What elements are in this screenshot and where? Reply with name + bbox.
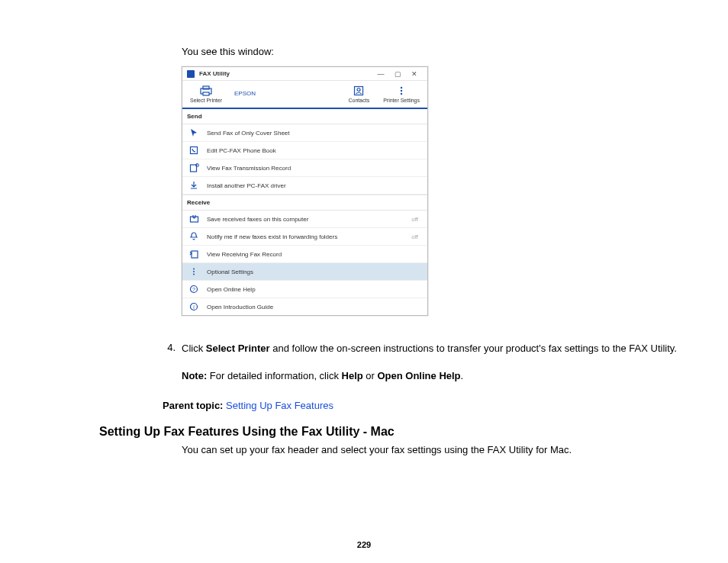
select-printer-button[interactable]: Select Printer: [190, 85, 222, 103]
row-label: View Fax Transmission Record: [207, 165, 423, 172]
app-icon: [187, 70, 195, 78]
row-label: View Receiving Fax Record: [207, 251, 423, 258]
row-label: Edit PC-FAX Phone Book: [207, 147, 423, 154]
text: Click: [182, 343, 206, 354]
contacts-label: Contacts: [349, 98, 370, 103]
download-icon: [187, 181, 201, 190]
row-label: Send Fax of Only Cover Sheet: [207, 130, 423, 137]
status-off: off: [411, 216, 418, 223]
record-icon: [187, 163, 201, 172]
row-label: Optional Settings: [207, 269, 423, 275]
receive-section-header: Receive: [182, 195, 427, 211]
view-receiving-record-row[interactable]: View Receiving Fax Record: [182, 246, 427, 263]
cursor-icon: [187, 128, 201, 137]
edit-phonebook-row[interactable]: Edit PC-FAX Phone Book: [182, 142, 427, 159]
parent-link[interactable]: Setting Up Fax Features: [226, 400, 333, 411]
notify-faxes-row[interactable]: Notify me if new faxes exist in forwardi…: [182, 228, 427, 246]
svg-point-15: [193, 274, 195, 275]
section-intro-text: You can set up your fax header and selec…: [182, 443, 633, 457]
svg-rect-2: [203, 92, 209, 95]
bold-text: Select Printer: [206, 343, 270, 354]
install-driver-row[interactable]: Install another PC-FAX driver: [182, 177, 427, 195]
row-label: Open Introduction Guide: [207, 304, 423, 310]
open-online-help-row[interactable]: ? Open Online Help: [182, 281, 427, 298]
save-faxes-row[interactable]: Save received faxes on this computer off: [182, 211, 427, 228]
info-icon: i: [187, 302, 201, 311]
view-transmission-row[interactable]: View Fax Transmission Record: [182, 159, 427, 177]
row-label: Save received faxes on this computer: [207, 216, 411, 223]
page-number: 229: [0, 540, 728, 549]
send-cover-sheet-row[interactable]: Send Fax of Only Cover Sheet: [182, 124, 427, 142]
step-text: Click Select Printer and follow the on-s…: [182, 342, 694, 355]
svg-rect-11: [190, 217, 198, 222]
section-heading: Setting Up Fax Features Using the Fax Ut…: [99, 425, 633, 439]
svg-rect-1: [203, 86, 209, 89]
bell-icon: [187, 232, 201, 241]
note-block: Note: For detailed information, click He…: [182, 369, 633, 383]
open-intro-guide-row[interactable]: i Open Introduction Guide: [182, 298, 427, 315]
note-label: Note:: [182, 370, 207, 381]
text: and follow the on-screen instructions to…: [270, 343, 677, 354]
svg-point-4: [357, 88, 360, 92]
svg-rect-12: [192, 251, 198, 258]
toolbar: Select Printer EPSON Contacts Printer Se…: [182, 81, 427, 109]
printer-icon: [199, 85, 213, 96]
svg-point-14: [193, 271, 195, 272]
phonebook-icon: [187, 146, 201, 155]
step-4: 4. Click Select Printer and follow the o…: [160, 342, 694, 355]
svg-point-13: [193, 269, 195, 270]
svg-point-6: [401, 90, 402, 92]
svg-point-7: [401, 93, 402, 95]
bold-text: Open Online Help: [377, 370, 460, 381]
status-off: off: [411, 233, 418, 240]
fax-utility-window: FAX Utility — ▢ ✕ Select Printer EPSON C…: [182, 66, 428, 316]
inbox-icon: [187, 214, 201, 224]
row-label: Install another PC-FAX driver: [207, 182, 423, 189]
more-icon: [396, 85, 407, 96]
help-icon: ?: [187, 285, 201, 294]
svg-text:?: ?: [192, 287, 195, 292]
parent-label: Parent topic:: [163, 400, 226, 411]
text: or: [363, 370, 378, 381]
window-titlebar: FAX Utility — ▢ ✕: [182, 67, 427, 81]
row-label: Open Online Help: [207, 286, 423, 293]
svg-rect-8: [191, 147, 198, 154]
parent-topic: Parent topic: Setting Up Fax Features: [163, 400, 633, 411]
window-title: FAX Utility: [199, 70, 372, 77]
contacts-button[interactable]: Contacts: [349, 85, 370, 103]
optional-settings-row[interactable]: Optional Settings: [182, 263, 427, 281]
printer-settings-button[interactable]: Printer Settings: [383, 85, 420, 103]
maximize-button[interactable]: ▢: [389, 70, 406, 78]
step-number: 4.: [160, 342, 182, 355]
svg-text:i: i: [193, 304, 195, 310]
minimize-button[interactable]: —: [372, 70, 389, 78]
brand-label: EPSON: [234, 90, 256, 97]
intro-text: You see this window:: [182, 46, 633, 57]
close-button[interactable]: ✕: [406, 70, 423, 78]
text: For detailed information, click: [207, 370, 341, 381]
printer-settings-label: Printer Settings: [383, 98, 420, 103]
svg-point-5: [401, 87, 402, 88]
select-printer-label: Select Printer: [190, 98, 222, 103]
contacts-icon: [353, 85, 364, 96]
text: .: [461, 370, 464, 381]
bold-text: Help: [342, 370, 363, 381]
send-section-header: Send: [182, 109, 427, 124]
more-vertical-icon: [187, 267, 201, 276]
receiving-record-icon: [187, 249, 201, 259]
row-label: Notify me if new faxes exist in forwardi…: [207, 233, 411, 240]
